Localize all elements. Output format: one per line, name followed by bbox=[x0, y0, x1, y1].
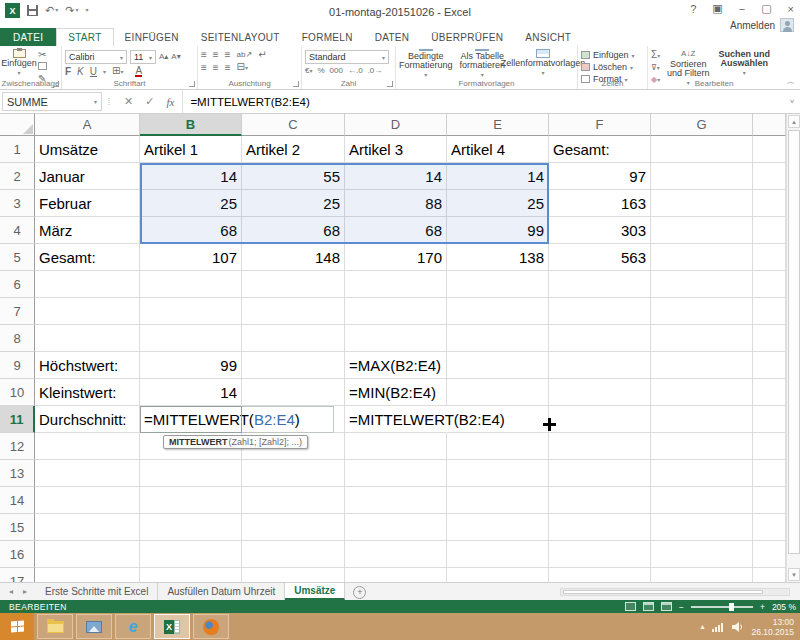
copy-button[interactable] bbox=[38, 62, 47, 72]
cell-D17[interactable] bbox=[345, 568, 447, 582]
horizontal-scrollbar[interactable] bbox=[560, 588, 790, 596]
cell-partial-7[interactable] bbox=[753, 298, 786, 325]
zoom-slider-thumb[interactable] bbox=[729, 603, 734, 611]
sheet-nav-left-icon[interactable]: ◂ bbox=[9, 587, 13, 596]
cell-D11[interactable]: =MITTELWERT(B2:E4) bbox=[345, 406, 447, 433]
cell-C7[interactable] bbox=[242, 298, 345, 325]
cell-G6[interactable] bbox=[651, 271, 753, 298]
cell-C1[interactable]: Artikel 2 bbox=[242, 136, 345, 163]
cell-partial-12[interactable] bbox=[753, 433, 786, 460]
tab-ansicht[interactable]: ANSICHT bbox=[514, 28, 582, 46]
cell-partial-13[interactable] bbox=[753, 460, 786, 487]
font-color-button[interactable]: A bbox=[135, 67, 142, 77]
cell-E17[interactable] bbox=[447, 568, 549, 582]
font-size-select[interactable]: 11▾ bbox=[130, 50, 156, 64]
cell-B2[interactable]: 14 bbox=[140, 163, 242, 190]
cell-E14[interactable] bbox=[447, 487, 549, 514]
cell-F13[interactable] bbox=[549, 460, 651, 487]
cell-C9[interactable] bbox=[242, 352, 345, 379]
row-header-3[interactable]: 3 bbox=[0, 190, 35, 217]
cell-C3[interactable]: 25 bbox=[242, 190, 345, 217]
cell-D13[interactable] bbox=[345, 460, 447, 487]
collapse-ribbon-button[interactable]: ︿ bbox=[787, 76, 795, 87]
cell-C17[interactable] bbox=[242, 568, 345, 582]
minimize-button[interactable]: − bbox=[739, 3, 745, 15]
cell-E4[interactable]: 99 bbox=[447, 217, 549, 244]
cell-B5[interactable]: 107 bbox=[140, 244, 242, 271]
cell-B8[interactable] bbox=[140, 325, 242, 352]
cell-D14[interactable] bbox=[345, 487, 447, 514]
row-header-14[interactable]: 14 bbox=[0, 487, 35, 514]
help-button[interactable]: ? bbox=[690, 3, 696, 15]
page-break-view-icon[interactable] bbox=[661, 602, 672, 611]
cell-B3[interactable]: 25 bbox=[140, 190, 242, 217]
ribbon-display-options-button[interactable]: ▣ bbox=[712, 2, 722, 15]
cell-B15[interactable] bbox=[140, 514, 242, 541]
cell-G9[interactable] bbox=[651, 352, 753, 379]
currency-button[interactable]: €▾ bbox=[305, 66, 312, 76]
row-header-16[interactable]: 16 bbox=[0, 541, 35, 568]
cell-F12[interactable] bbox=[549, 433, 651, 460]
find-select-button[interactable]: Suchen und Auswählen▾ bbox=[716, 48, 772, 78]
cell-B16[interactable] bbox=[140, 541, 242, 568]
cell-partial-4[interactable] bbox=[753, 217, 786, 244]
cell-A8[interactable] bbox=[35, 325, 140, 352]
autosum-button[interactable]: Σ▾ bbox=[651, 50, 660, 61]
cell-D1[interactable]: Artikel 3 bbox=[345, 136, 447, 163]
cell-B1[interactable]: Artikel 1 bbox=[140, 136, 242, 163]
align-right-icon[interactable]: ≡ bbox=[225, 63, 231, 73]
cell-partial-8[interactable] bbox=[753, 325, 786, 352]
cell-G17[interactable] bbox=[651, 568, 753, 582]
cell-A12[interactable] bbox=[35, 433, 140, 460]
tab-ueberpruefen[interactable]: ÜBERPRÜFEN bbox=[420, 28, 514, 46]
cell-B9[interactable]: 99 bbox=[140, 352, 242, 379]
orientation-button[interactable]: ab↗ bbox=[237, 50, 253, 60]
row-header-8[interactable]: 8 bbox=[0, 325, 35, 352]
photo-viewer-button[interactable] bbox=[76, 614, 112, 639]
increase-decimal-button[interactable]: ←.0 bbox=[348, 66, 363, 76]
paste-button[interactable]: Einfügen ▾ bbox=[3, 48, 35, 78]
network-icon[interactable] bbox=[712, 622, 724, 632]
underline-button[interactable]: U bbox=[90, 67, 97, 77]
number-format-select[interactable]: Standard▾ bbox=[305, 50, 389, 64]
row-header-17[interactable]: 17 bbox=[0, 568, 35, 582]
cell-F7[interactable] bbox=[549, 298, 651, 325]
row-header-13[interactable]: 13 bbox=[0, 460, 35, 487]
zoom-slider[interactable] bbox=[691, 606, 753, 608]
column-header-B[interactable]: B bbox=[140, 114, 242, 136]
shrink-font-button[interactable]: A▾ bbox=[171, 52, 180, 62]
cell-partial-3[interactable] bbox=[753, 190, 786, 217]
cell-F4[interactable]: 303 bbox=[549, 217, 651, 244]
borders-button[interactable]: ⊞▾ bbox=[112, 66, 123, 77]
cell-F1[interactable]: Gesamt: bbox=[549, 136, 651, 163]
row-header-4[interactable]: 4 bbox=[0, 217, 35, 244]
sheet-tab-erste-schritte[interactable]: Erste Schritte mit Excel bbox=[36, 583, 158, 600]
row-header-5[interactable]: 5 bbox=[0, 244, 35, 271]
cell-B7[interactable] bbox=[140, 298, 242, 325]
cell-G15[interactable] bbox=[651, 514, 753, 541]
cell-G16[interactable] bbox=[651, 541, 753, 568]
excel-logo-icon[interactable]: X bbox=[5, 3, 20, 18]
fill-button[interactable]: ⊽▾ bbox=[651, 63, 660, 73]
cell-G4[interactable] bbox=[651, 217, 753, 244]
sheet-tab-umsaetze[interactable]: Umsätze bbox=[285, 583, 345, 600]
sheet-tab-ausfuellen[interactable]: Ausfüllen Datum Uhrzeit bbox=[158, 583, 285, 600]
cell-C2[interactable]: 55 bbox=[242, 163, 345, 190]
file-explorer-button[interactable] bbox=[37, 614, 73, 639]
delete-cells-button[interactable]: Löschen▾ bbox=[581, 62, 644, 72]
align-center-icon[interactable]: ≡ bbox=[213, 63, 219, 73]
cell-E9[interactable] bbox=[447, 352, 549, 379]
cell-edit-box[interactable]: =MITTELWERT(B2:E4) bbox=[140, 406, 334, 433]
cell-A17[interactable] bbox=[35, 568, 140, 582]
decrease-decimal-button[interactable]: .0→ bbox=[368, 66, 383, 76]
underline-dropdown[interactable]: ▾ bbox=[103, 68, 106, 75]
cell-partial-17[interactable] bbox=[753, 568, 786, 582]
cell-C13[interactable] bbox=[242, 460, 345, 487]
tray-expand-icon[interactable]: ▴ bbox=[700, 622, 704, 631]
column-header-partial[interactable] bbox=[753, 114, 786, 136]
cell-partial-15[interactable] bbox=[753, 514, 786, 541]
row-header-11[interactable]: 11 bbox=[0, 406, 35, 433]
clock[interactable]: 13:00 26.10.2015 bbox=[751, 617, 794, 637]
column-header-D[interactable]: D bbox=[345, 114, 447, 136]
cell-A13[interactable] bbox=[35, 460, 140, 487]
